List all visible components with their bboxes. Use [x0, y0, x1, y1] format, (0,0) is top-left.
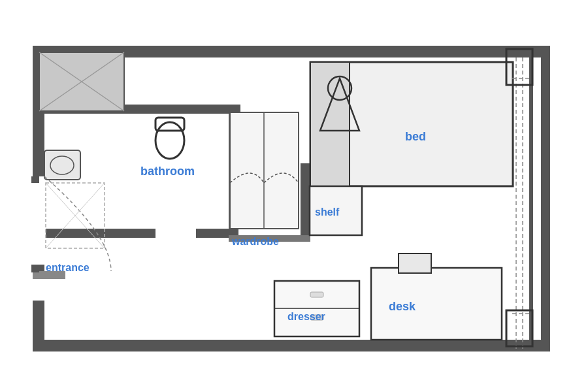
- desk-label: desk: [389, 300, 416, 313]
- wall-right-inner: [529, 46, 533, 351]
- wardrobe-wall-right: [301, 163, 310, 242]
- entrance-door-arc: [44, 176, 111, 271]
- entrance-gap: [31, 180, 46, 265]
- entrance-door-bottom: [31, 265, 39, 272]
- entrance-door-top: [31, 176, 39, 183]
- toilet-bowl: [155, 122, 184, 159]
- dresser-handle-top: [310, 292, 323, 297]
- bed-label: bed: [405, 130, 426, 143]
- entrance-label: entrance: [46, 262, 90, 273]
- wall-left-bottom: [33, 301, 44, 351]
- shelf-label: shelf: [315, 206, 340, 218]
- desk-monitor: [399, 253, 431, 273]
- bathroom-wall-bottom-left: [44, 229, 155, 238]
- wall-right-outer: [541, 46, 550, 351]
- bathroom-label: bathroom: [140, 165, 195, 178]
- dresser-label: dresser: [287, 311, 325, 322]
- floor-plan: bathroom entrance wardrobe shelf bed dre…: [13, 13, 575, 379]
- wall-bottom: [33, 340, 542, 351]
- sink: [44, 150, 80, 180]
- wardrobe-label: wardrobe: [231, 236, 279, 247]
